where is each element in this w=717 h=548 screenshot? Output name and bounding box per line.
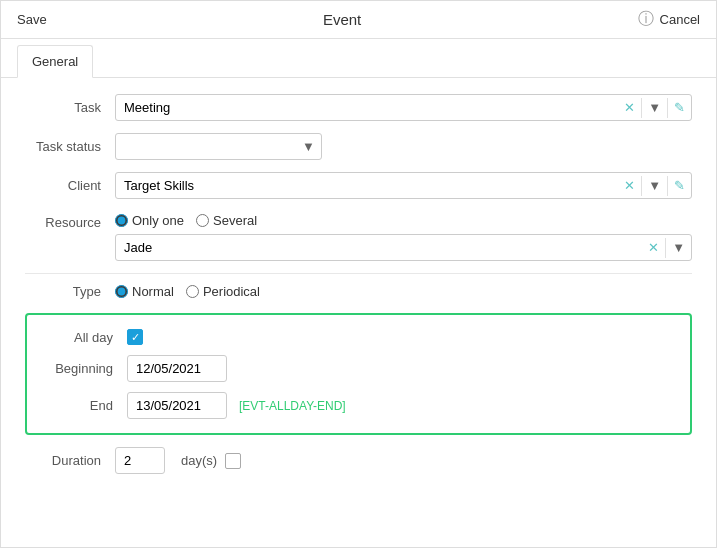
divider <box>25 273 692 274</box>
end-row: End [EVT-ALLDAY-END] <box>47 392 670 419</box>
allday-label: All day <box>47 330 127 345</box>
task-edit-button[interactable]: ✎ <box>668 96 691 119</box>
type-periodical-radio[interactable] <box>186 285 199 298</box>
type-normal-radio[interactable] <box>115 285 128 298</box>
edit-icon: ✎ <box>674 100 685 115</box>
page-title: Event <box>323 11 361 28</box>
client-label: Client <box>25 178 115 193</box>
task-clear-button[interactable]: ✕ <box>618 96 641 119</box>
type-row: Type Normal Periodical <box>25 284 692 299</box>
client-input[interactable] <box>116 173 618 198</box>
help-icon[interactable]: ⓘ <box>638 9 654 30</box>
tabs-bar: General <box>1 39 716 78</box>
client-edit-icon: ✎ <box>674 178 685 193</box>
duration-checkbox[interactable] <box>225 453 241 469</box>
type-normal-option[interactable]: Normal <box>115 284 174 299</box>
resource-clear-icon: ✕ <box>648 240 659 255</box>
evt-tag-label: [EVT-ALLDAY-END] <box>239 399 346 413</box>
resource-value-input-group: ✕ ▼ <box>115 234 692 261</box>
beginning-row: Beginning <box>47 355 670 382</box>
client-row: Client ✕ ▼ ✎ <box>25 172 692 199</box>
clear-icon: ✕ <box>624 100 635 115</box>
type-normal-label: Normal <box>132 284 174 299</box>
chevron-down-icon4: ▼ <box>672 240 685 255</box>
form-area: Task ✕ ▼ ✎ Task status ▼ <box>1 78 716 547</box>
task-input[interactable] <box>116 95 618 120</box>
tab-general[interactable]: General <box>17 45 93 78</box>
type-radio-group: Normal Periodical <box>115 284 260 299</box>
task-status-control: ▼ <box>115 133 692 160</box>
task-status-input[interactable] <box>116 134 296 159</box>
duration-control: day(s) <box>115 447 241 474</box>
client-control: ✕ ▼ ✎ <box>115 172 692 199</box>
resource-several-radio[interactable] <box>196 214 209 227</box>
resource-label: Resource <box>25 213 115 230</box>
allday-row: All day <box>47 329 670 345</box>
resource-control: Only one Several ✕ ▼ <box>115 213 692 261</box>
type-periodical-option[interactable]: Periodical <box>186 284 260 299</box>
resource-row: Resource Only one Several ✕ ▼ <box>25 211 692 261</box>
resource-only-one-option[interactable]: Only one <box>115 213 184 228</box>
duration-input[interactable] <box>115 447 165 474</box>
allday-checkbox[interactable] <box>127 329 143 345</box>
main-window: Save Event ⓘ Cancel General Task ✕ ▼ ✎ <box>0 0 717 548</box>
resource-radio-group: Only one Several <box>115 213 692 228</box>
task-status-row: Task status ▼ <box>25 133 692 160</box>
cancel-button[interactable]: Cancel <box>660 12 700 27</box>
days-label: day(s) <box>181 453 217 468</box>
duration-row: Duration day(s) <box>25 447 692 474</box>
resource-clear-button[interactable]: ✕ <box>642 236 665 259</box>
task-input-group: ✕ ▼ ✎ <box>115 94 692 121</box>
client-dropdown-button[interactable]: ▼ <box>642 174 667 197</box>
task-status-input-group: ▼ <box>115 133 322 160</box>
client-input-group: ✕ ▼ ✎ <box>115 172 692 199</box>
end-input[interactable] <box>127 392 227 419</box>
type-label: Type <box>25 284 115 299</box>
task-label: Task <box>25 100 115 115</box>
task-dropdown-button[interactable]: ▼ <box>642 96 667 119</box>
resource-value-input[interactable] <box>116 235 642 260</box>
client-clear-icon: ✕ <box>624 178 635 193</box>
type-periodical-label: Periodical <box>203 284 260 299</box>
resource-several-option[interactable]: Several <box>196 213 257 228</box>
toolbar-right: ⓘ Cancel <box>638 9 700 30</box>
toolbar: Save Event ⓘ Cancel <box>1 1 716 39</box>
save-button[interactable]: Save <box>17 12 47 27</box>
task-control: ✕ ▼ ✎ <box>115 94 692 121</box>
duration-label: Duration <box>25 453 115 468</box>
allday-section: All day Beginning End [EVT-ALLDAY-END] <box>25 313 692 435</box>
beginning-input[interactable] <box>127 355 227 382</box>
client-clear-button[interactable]: ✕ <box>618 174 641 197</box>
client-edit-button[interactable]: ✎ <box>668 174 691 197</box>
chevron-down-icon2: ▼ <box>302 139 315 154</box>
resource-only-one-radio[interactable] <box>115 214 128 227</box>
task-status-label: Task status <box>25 139 115 154</box>
chevron-down-icon: ▼ <box>648 100 661 115</box>
resource-several-label: Several <box>213 213 257 228</box>
task-row: Task ✕ ▼ ✎ <box>25 94 692 121</box>
resource-only-one-label: Only one <box>132 213 184 228</box>
beginning-label: Beginning <box>47 361 127 376</box>
task-status-dropdown-button[interactable]: ▼ <box>296 135 321 158</box>
end-label: End <box>47 398 127 413</box>
resource-dropdown-button[interactable]: ▼ <box>666 236 691 259</box>
chevron-down-icon3: ▼ <box>648 178 661 193</box>
